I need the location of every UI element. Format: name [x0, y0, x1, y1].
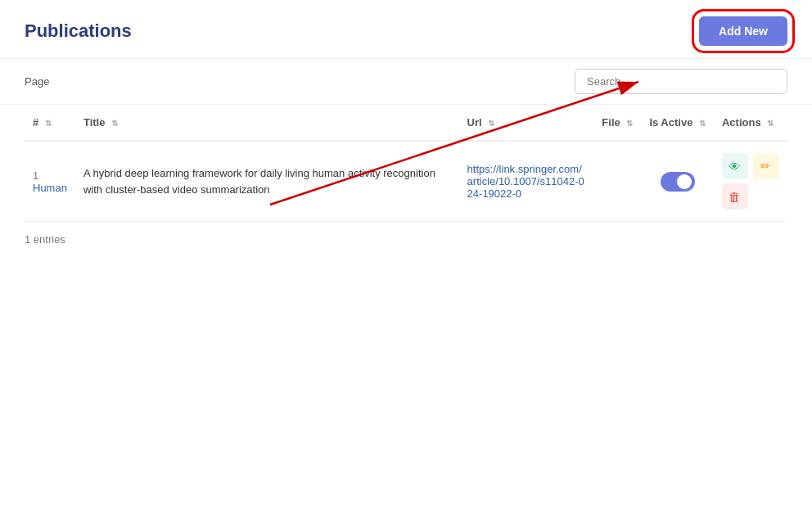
table-body: 1 Human A hybrid deep learning framework…	[25, 141, 787, 222]
active-toggle-container	[649, 172, 706, 192]
sort-icon-title[interactable]: ⇅	[111, 119, 118, 128]
publications-table: # ⇅ Title ⇅ Url ⇅ File ⇅ Is Active ⇅	[25, 105, 787, 222]
col-actions: Actions ⇅	[714, 105, 787, 141]
page-title: Publications	[25, 20, 132, 42]
cell-file	[593, 141, 641, 222]
entries-text: 1 entries	[25, 233, 65, 246]
table-wrapper: # ⇅ Title ⇅ Url ⇅ File ⇅ Is Active ⇅	[0, 105, 812, 222]
cell-active	[641, 141, 714, 222]
col-active: Is Active ⇅	[641, 105, 714, 141]
search-input[interactable]	[575, 69, 787, 94]
delete-button[interactable]: 🗑	[722, 183, 748, 210]
page-wrapper: Publications Add New Page # ⇅ Title ⇅ Ur…	[0, 0, 812, 510]
edit-button[interactable]: ✏	[753, 153, 779, 179]
toggle-slider	[661, 172, 695, 192]
sort-icon-active[interactable]: ⇅	[699, 119, 706, 128]
sort-icon-actions[interactable]: ⇅	[767, 119, 774, 128]
table-header: # ⇅ Title ⇅ Url ⇅ File ⇅ Is Active ⇅	[25, 105, 787, 141]
sort-icon-file[interactable]: ⇅	[626, 119, 633, 128]
view-button[interactable]: 👁	[722, 153, 748, 179]
table-row: 1 Human A hybrid deep learning framework…	[25, 141, 787, 222]
cell-num: 1 Human	[25, 141, 75, 222]
footer-note: 1 entries	[0, 222, 812, 257]
col-url: Url ⇅	[459, 105, 594, 141]
breadcrumb: Page	[25, 75, 49, 88]
col-num: # ⇅	[25, 105, 75, 141]
sort-icon-num[interactable]: ⇅	[45, 119, 52, 128]
add-new-button[interactable]: Add New	[699, 16, 787, 46]
action-row-bottom: 🗑	[722, 183, 748, 210]
sort-icon-url[interactable]: ⇅	[488, 119, 494, 128]
active-toggle[interactable]	[661, 172, 695, 192]
url-link[interactable]: https://link.springer.com/article/10.100…	[467, 163, 584, 200]
actions-cell: 👁 ✏ 🗑	[722, 153, 779, 210]
col-title: Title ⇅	[75, 105, 459, 141]
page-header: Publications Add New	[0, 0, 812, 59]
cell-url: https://link.springer.com/article/10.100…	[459, 141, 594, 222]
cell-title: A hybrid deep learning framework for dai…	[75, 141, 459, 222]
cell-actions: 👁 ✏ 🗑	[714, 141, 787, 222]
col-file: File ⇅	[593, 105, 641, 141]
sub-header: Page	[0, 59, 812, 105]
action-row-top: 👁 ✏	[722, 153, 779, 179]
